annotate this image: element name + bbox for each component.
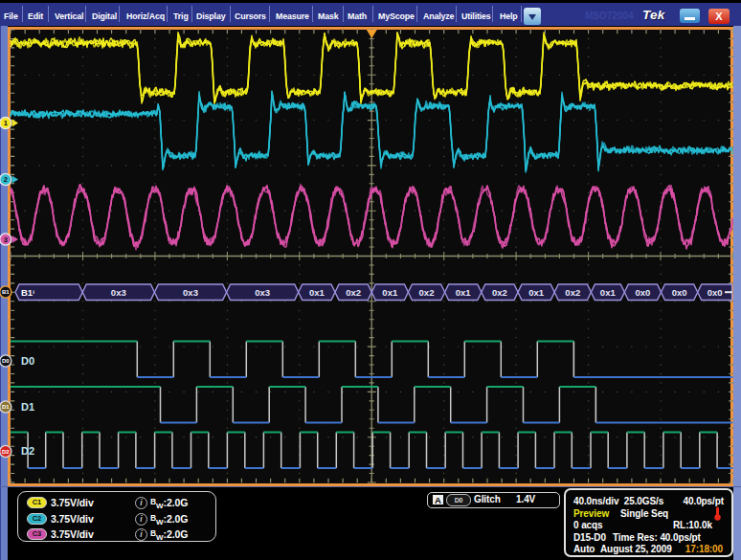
svg-text:B1i: B1i: [21, 287, 34, 298]
svg-text:0x1: 0x1: [309, 287, 326, 298]
svg-text:0x0: 0x0: [672, 287, 687, 298]
svg-text:3: 3: [4, 235, 8, 244]
svg-text:0x0: 0x0: [635, 287, 650, 298]
svg-text:0x3: 0x3: [255, 287, 270, 298]
svg-text:0x0: 0x0: [707, 287, 723, 298]
svg-text:0x1: 0x1: [456, 287, 472, 298]
svg-text:0x2: 0x2: [565, 287, 580, 298]
svg-text:0x2: 0x2: [492, 287, 507, 298]
svg-text:0x3: 0x3: [111, 287, 126, 298]
svg-text:2: 2: [4, 175, 8, 184]
svg-text:D2: D2: [21, 445, 34, 457]
svg-text:0x2: 0x2: [419, 287, 435, 298]
svg-text:D0: D0: [21, 355, 34, 367]
svg-text:0x1: 0x1: [528, 287, 545, 298]
svg-text:B1: B1: [2, 289, 10, 295]
svg-text:1: 1: [4, 119, 8, 127]
svg-text:D1: D1: [21, 401, 34, 413]
svg-text:D1: D1: [2, 404, 10, 410]
svg-text:0x2: 0x2: [346, 287, 361, 298]
svg-text:0x3: 0x3: [183, 287, 198, 298]
svg-text:0x1: 0x1: [382, 287, 398, 298]
svg-text:0x1: 0x1: [600, 287, 617, 298]
svg-text:D0: D0: [2, 358, 10, 364]
svg-text:D2: D2: [2, 449, 10, 455]
